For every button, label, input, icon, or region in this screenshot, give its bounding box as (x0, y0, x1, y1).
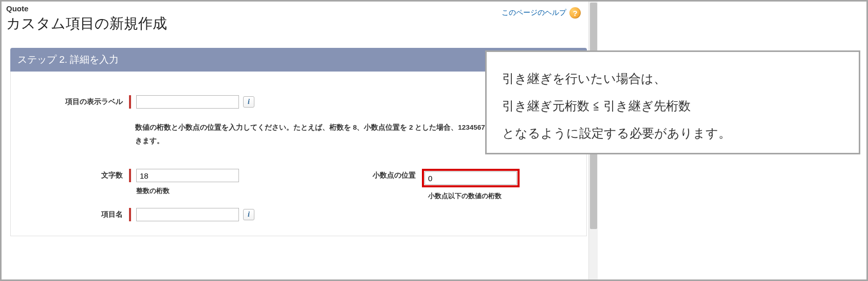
title-block: Quote カスタム項目の新規作成 (6, 4, 167, 33)
highlight-decimal (422, 169, 520, 187)
input-length[interactable] (136, 169, 239, 182)
info-icon[interactable]: i (243, 209, 254, 220)
row-api-name: 項目名 i (21, 208, 576, 221)
label-length: 文字数 (21, 169, 129, 180)
callout-line-3: となるように設定する必要があります。 (502, 120, 843, 147)
row-length-decimal: 文字数 整数の桁数 小数点の位置 小数点以下 (21, 169, 576, 201)
help-block: このページのヘルプ ? (502, 7, 581, 19)
input-api-name[interactable] (136, 208, 239, 221)
callout-box: 引き継ぎを行いたい場合は、 引き継ぎ元桁数 ≦ 引き継ぎ先桁数 となるように設定… (485, 50, 860, 154)
sublabel-decimal: 小数点以下の数値の桁数 (428, 191, 520, 201)
label-display-label: 項目の表示ラベル (21, 95, 129, 107)
callout-line-1: 引き継ぎを行いたい場合は、 (502, 65, 843, 93)
callout-line-2: 引き継ぎ元桁数 ≦ 引き継ぎ先桁数 (502, 93, 843, 120)
required-indicator (129, 169, 131, 182)
page-header: Quote カスタム項目の新規作成 このページのヘルプ ? (6, 4, 596, 33)
required-indicator (129, 95, 131, 109)
label-api-name: 項目名 (21, 208, 129, 219)
required-indicator (129, 208, 131, 221)
help-link[interactable]: このページのヘルプ (502, 8, 566, 17)
info-icon[interactable]: i (243, 96, 254, 108)
sublabel-length: 整数の桁数 (136, 186, 309, 196)
page-title: カスタム項目の新規作成 (6, 14, 167, 33)
input-display-label[interactable] (136, 95, 239, 109)
label-decimal: 小数点の位置 (309, 169, 422, 180)
input-decimal[interactable] (424, 171, 517, 185)
eyebrow-text: Quote (6, 4, 167, 13)
help-icon[interactable]: ? (569, 7, 581, 19)
